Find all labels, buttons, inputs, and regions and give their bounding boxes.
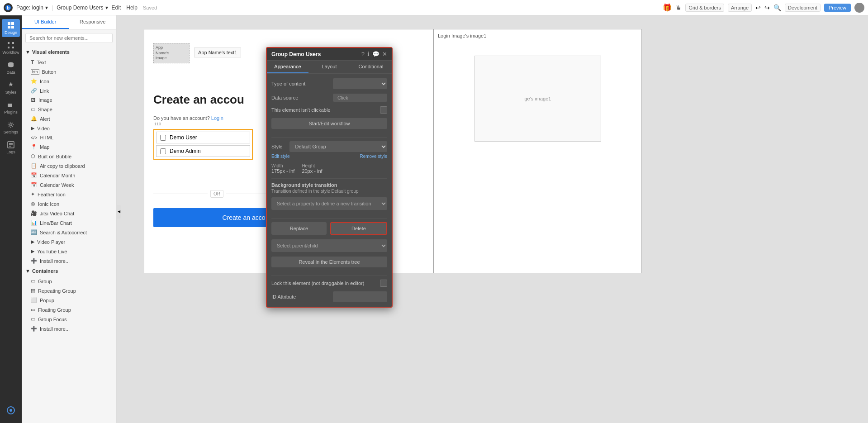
replace-button[interactable]: Replace [271, 222, 327, 235]
close-icon[interactable]: ✕ [382, 51, 387, 57]
youtube-icon: ▶ [31, 248, 34, 254]
search-icon[interactable]: 🔍 [773, 4, 781, 11]
element-feather-icon[interactable]: ✦ Feather Icon [22, 190, 116, 199]
popup-header-icons: ? ℹ 💬 ✕ [361, 51, 387, 57]
demo-admin-checkbox[interactable] [160, 148, 166, 154]
element-repeating-group[interactable]: ▤ Repeating Group [22, 286, 116, 295]
element-youtube-live[interactable]: ▶ YouTube Live [22, 247, 116, 256]
help-menu[interactable]: Help [126, 5, 138, 11]
text-icon: T [31, 59, 34, 66]
comment-icon[interactable]: 💬 [372, 51, 379, 57]
id-attribute-label: ID Attribute [271, 294, 296, 299]
group-selector[interactable]: Group Demo Users ▾ [57, 5, 108, 11]
style-select[interactable]: Default Group [289, 141, 387, 152]
element-install-more-visual[interactable]: ➕ Install more... [22, 256, 116, 266]
action-buttons-row: Replace Delete [271, 222, 387, 235]
tab-responsive[interactable]: Responsive [69, 15, 117, 29]
not-clickable-checkbox[interactable] [380, 106, 387, 114]
data-source-input[interactable]: Click [333, 94, 387, 102]
popup-tab-conditional[interactable]: Conditional [350, 61, 392, 73]
divider3 [271, 218, 387, 219]
question-icon[interactable]: ? [361, 51, 365, 57]
element-popup[interactable]: ⬜ Popup [22, 295, 116, 305]
user-avatar[interactable] [854, 3, 864, 13]
copy-icon: 📋 [31, 163, 37, 169]
shape-icon: ▭ [31, 106, 35, 112]
element-group-focus[interactable]: ▭ Group Focus [22, 314, 116, 324]
login-link[interactable]: Login [211, 115, 223, 121]
element-html[interactable]: </> HTML [22, 133, 116, 142]
topbar-right: 🎁 🖱 Grid & borders Arrange ↩ ↪ 🔍 Develop… [663, 3, 864, 13]
grid-borders-button[interactable]: Grid & borders [685, 4, 724, 12]
info-icon[interactable]: ℹ [367, 51, 370, 57]
popup-tab-layout[interactable]: Layout [308, 61, 350, 73]
gift-icon: 🎁 [663, 3, 672, 12]
redo-icon[interactable]: ↪ [764, 4, 770, 11]
type-of-content-select[interactable] [333, 78, 387, 89]
element-text[interactable]: T Text [22, 57, 116, 67]
element-ionic-icon[interactable]: ◎ Ionic Icon [22, 199, 116, 209]
id-attribute-input[interactable] [333, 291, 387, 302]
width-label: Width [271, 163, 294, 168]
element-group[interactable]: ▭ Group [22, 276, 116, 286]
page-selector[interactable]: Page: login ▾ [16, 5, 48, 11]
size-row: Width 175px - inf Height 20px - inf [271, 163, 387, 174]
arrange-button[interactable]: Arrange [728, 4, 752, 12]
edit-style-link[interactable]: Edit style [271, 154, 290, 159]
element-link[interactable]: 🔗 Link [22, 86, 116, 95]
element-map[interactable]: 📍 Map [22, 142, 116, 152]
lock-checkbox[interactable] [380, 280, 387, 287]
undo-icon[interactable]: ↩ [755, 4, 761, 11]
logs-label: Logs [6, 150, 15, 154]
popup-tab-appearance[interactable]: Appearance [267, 61, 308, 73]
delete-button[interactable]: Delete [330, 222, 387, 235]
create-account-title: Create an accou [153, 93, 244, 107]
element-jitsi[interactable]: 🎥 Jitsi Video Chat [22, 209, 116, 218]
preview-button[interactable]: Preview [824, 4, 851, 12]
sidebar-workflow[interactable]: Workflow [2, 39, 20, 57]
edit-style-links: Edit style Remove style [271, 154, 387, 159]
search-autocorrect-icon: 🔤 [31, 229, 37, 235]
search-input[interactable] [25, 33, 113, 43]
parent-child-select[interactable]: Select parent/child [271, 239, 387, 252]
element-install-more-containers[interactable]: ➕ Install more... [22, 324, 116, 333]
element-image[interactable]: 🖼 Image [22, 95, 116, 105]
popup-icon: ⬜ [31, 297, 37, 303]
element-floating-group[interactable]: ▭ Floating Group [22, 305, 116, 314]
transition-select[interactable]: Select a property to define a new transi… [271, 197, 387, 210]
sidebar-plugins[interactable]: Plugins [2, 99, 20, 117]
style-row: Style Default Group [271, 141, 387, 152]
element-built-on-bubble[interactable]: ⬡ Built on Bubble [22, 152, 116, 161]
elements-search [22, 29, 116, 47]
svg-rect-7 [8, 104, 12, 107]
type-of-content-label: Type of content [271, 81, 305, 86]
group-focus-icon: ▭ [31, 316, 35, 322]
element-icon[interactable]: ⭐ Icon [22, 76, 116, 86]
demo-user-checkbox[interactable] [160, 135, 166, 141]
sidebar-styles[interactable]: Styles [2, 79, 20, 97]
visual-elements-section[interactable]: ▼ Visual elements [22, 47, 116, 57]
containers-section[interactable]: ▼ Containers [22, 266, 116, 276]
collapse-panel-handle[interactable]: ◀ [117, 205, 121, 219]
reveal-elements-tree-button[interactable]: Reveal in the Elements tree [271, 257, 387, 267]
development-button[interactable]: Development [785, 4, 821, 12]
element-calendar-week[interactable]: 📅 Calendar Week [22, 180, 116, 190]
sidebar-logs[interactable]: Logs [2, 138, 20, 157]
sidebar-settings[interactable]: Settings [2, 119, 20, 137]
workflow-button[interactable]: Start/Edit workflow [271, 118, 387, 129]
edit-menu[interactable]: Edit [112, 5, 121, 11]
element-video-player[interactable]: ▶ Video Player [22, 237, 116, 247]
element-button[interactable]: btn Button [22, 67, 116, 76]
remove-style-link[interactable]: Remove style [360, 154, 387, 159]
sidebar-design[interactable]: Design [2, 19, 20, 37]
sidebar-data[interactable]: Data [2, 59, 20, 77]
element-shape[interactable]: ▭ Shape [22, 105, 116, 114]
element-video[interactable]: ▶ Video [22, 124, 116, 133]
element-search-autocorrect[interactable]: 🔤 Search & Autocorrect [22, 228, 116, 237]
page-chevron: ▾ [45, 5, 48, 11]
element-alert[interactable]: 🔔 Alert [22, 114, 116, 124]
element-line-bar-chart[interactable]: 📊 Line/Bar Chart [22, 218, 116, 228]
tab-ui-builder[interactable]: UI Builder [22, 15, 69, 29]
element-air-copy[interactable]: 📋 Air copy to clipboard [22, 161, 116, 171]
element-calendar-month[interactable]: 📅 Calendar Month [22, 171, 116, 180]
